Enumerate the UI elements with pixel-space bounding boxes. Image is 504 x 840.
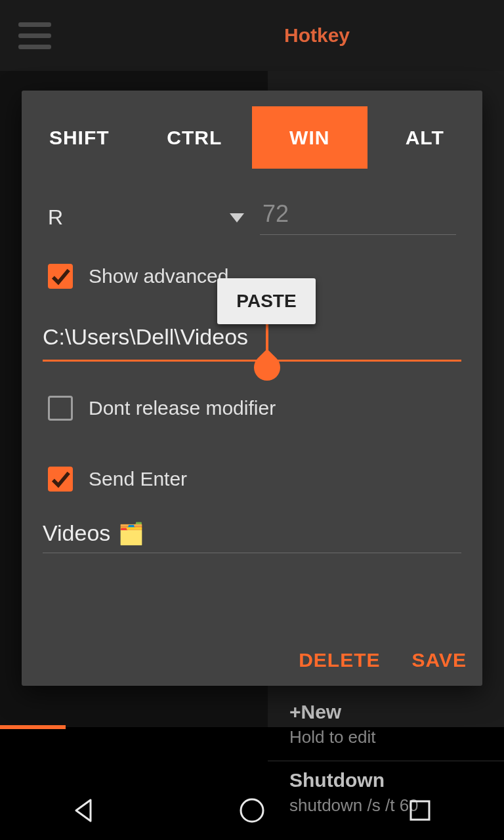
cursor-handle-icon[interactable] [249,349,286,387]
name-text: Videos [43,520,110,546]
svg-rect-1 [411,801,429,820]
save-button[interactable]: SAVE [412,649,467,671]
checkbox-checked-icon[interactable] [48,467,73,492]
android-nav-bar [0,781,504,840]
modifier-shift[interactable]: SHIFT [22,106,137,169]
chevron-down-icon [230,213,244,222]
send-enter-row[interactable]: Send Enter [48,467,456,492]
checkbox-checked-icon[interactable] [48,264,73,289]
show-advanced-label: Show advanced [89,265,229,287]
svg-point-0 [241,799,263,822]
dialog-actions: DELETE SAVE [299,649,467,671]
page-title: Hotkey [284,24,350,47]
folder-emoji-icon: 🗂️ [118,521,144,546]
modifier-win[interactable]: WIN [252,106,368,169]
dont-release-label: Dont release modifier [89,397,276,419]
item-subtitle: Hold to edit [289,727,493,747]
list-item[interactable]: +New Hold to edit [289,693,493,759]
send-enter-label: Send Enter [89,468,187,490]
key-code-value: 72 [260,200,456,235]
key-row: R 72 [48,200,456,235]
key-code-field[interactable]: 72 [260,200,456,235]
input-underline [43,360,461,362]
key-letter-select[interactable]: R [48,205,255,230]
recent-icon[interactable] [406,797,434,824]
path-input[interactable]: C:\Users\Dell\Videos [43,324,461,350]
modifier-alt[interactable]: ALT [368,106,483,169]
checkbox-unchecked-icon[interactable] [48,396,73,421]
hotkey-dialog: SHIFT CTRL WIN ALT R 72 Show advanced C:… [22,91,482,686]
back-icon[interactable] [70,797,98,824]
modifier-ctrl[interactable]: CTRL [137,106,253,169]
item-title: +New [289,701,493,723]
home-icon[interactable] [238,797,266,824]
accent-bar [0,725,66,729]
paste-popup[interactable]: PASTE [217,278,316,324]
modifier-row: SHIFT CTRL WIN ALT [22,106,482,169]
path-text: C:\Users\Dell\Videos [43,324,248,349]
menu-icon[interactable] [18,22,51,49]
name-input[interactable]: Videos 🗂️ [43,520,461,553]
key-letter: R [48,205,63,230]
dont-release-row[interactable]: Dont release modifier [48,396,456,421]
delete-button[interactable]: DELETE [299,649,380,671]
app-header: Hotkey [0,0,504,71]
